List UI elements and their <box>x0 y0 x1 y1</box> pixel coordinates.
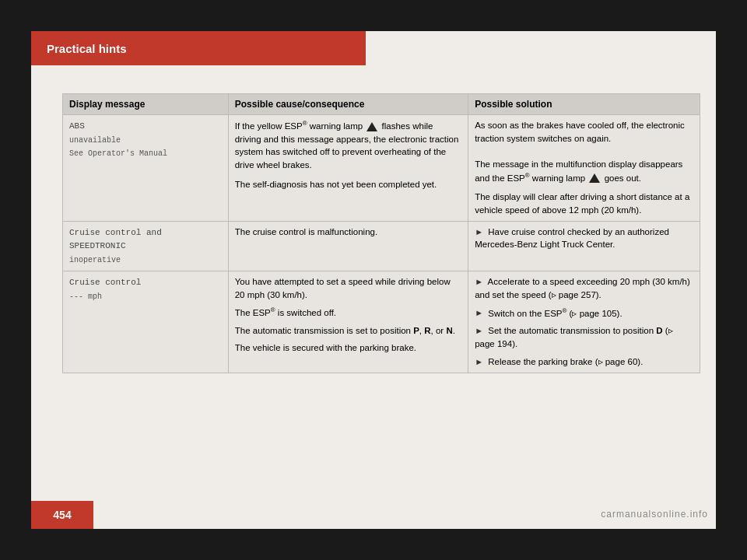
cause-item: The ESP® is switched off. <box>235 306 461 320</box>
message-sub: unavailableSee Operator's Manual <box>69 136 167 159</box>
message-sub: inoperative <box>69 256 121 264</box>
footer-bar: 454 <box>31 501 93 529</box>
display-message-cell: Cruise control andSPEEDTRONIC inoperativ… <box>63 221 229 271</box>
bullet-arrow: ► <box>475 277 483 286</box>
col-header-solution: Possible solution <box>468 94 700 115</box>
cause-item: The self-diagnosis has not yet been comp… <box>235 178 461 191</box>
bullet-arrow: ► <box>475 357 483 366</box>
page-number: 454 <box>53 509 71 521</box>
page-title: Practical hints <box>47 42 127 55</box>
reference-table: Display message Possible cause/consequen… <box>62 93 700 373</box>
message-label: Cruise control <box>69 278 141 287</box>
solution-item: The display will clear after driving a s… <box>475 191 693 216</box>
display-message-cell: ABS unavailableSee Operator's Manual <box>63 115 229 222</box>
display-message-cell: Cruise control --- mph <box>63 271 229 373</box>
solution-cell: As soon as the brakes have cooled off, t… <box>468 115 700 222</box>
cause-item: The vehicle is secured with the parking … <box>235 341 461 355</box>
header-bar: Practical hints <box>31 31 366 65</box>
solution-item: ► Accelerate to a speed exceeding 20 mph… <box>475 275 693 302</box>
cause-cell: If the yellow ESP® warning lamp flashes … <box>228 115 468 222</box>
main-content: Display message Possible cause/consequen… <box>62 93 700 482</box>
message-label: ABS <box>69 121 85 131</box>
solution-cell: ► Accelerate to a speed exceeding 20 mph… <box>468 271 700 373</box>
message-sub: --- mph <box>69 292 102 301</box>
cause-cell: You have attempted to set a speed while … <box>228 271 468 373</box>
solution-cell: ► Have cruise control checked by an auth… <box>468 221 700 271</box>
bullet-arrow: ► <box>475 326 483 335</box>
cause-item: The cruise control is malfunctioning. <box>235 226 461 239</box>
col-header-display: Display message <box>63 94 229 115</box>
table-row: Cruise control --- mph You have attempte… <box>63 271 700 373</box>
cause-item: If the yellow ESP® warning lamp flashes … <box>235 119 461 172</box>
table-row: Cruise control andSPEEDTRONIC inoperativ… <box>63 221 700 271</box>
col-header-cause: Possible cause/consequence <box>228 94 468 115</box>
bullet-arrow: ► <box>475 227 483 236</box>
solution-item: ► Set the automatic transmission to posi… <box>475 324 693 351</box>
cause-cell: The cruise control is malfunctioning. <box>228 221 468 271</box>
solution-item: ► Release the parking brake (▹ page 60). <box>475 355 693 369</box>
table-row: ABS unavailableSee Operator's Manual If … <box>63 115 700 222</box>
watermark: carmanualsonline.info <box>601 509 708 520</box>
message-label: Cruise control andSPEEDTRONIC <box>69 228 162 251</box>
cause-item: You have attempted to set a speed while … <box>235 275 461 301</box>
solution-item: As soon as the brakes have cooled off, t… <box>475 119 693 184</box>
bullet-arrow: ► <box>475 308 483 317</box>
solution-item: ► Have cruise control checked by an auth… <box>475 226 693 252</box>
cause-item: The automatic transmission is set to pos… <box>235 324 461 338</box>
solution-item: ► Switch on the ESP® (▹ page 105). <box>475 306 693 320</box>
